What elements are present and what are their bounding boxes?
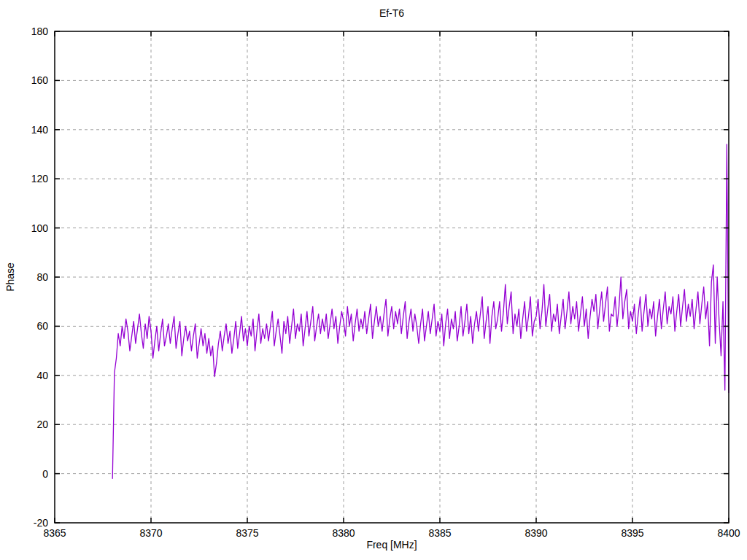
x-tick-label: 8370 <box>139 527 162 539</box>
x-tick-label: 8365 <box>43 527 66 539</box>
y-tick-label: 80 <box>36 271 48 283</box>
x-tick-label: 8390 <box>525 527 547 539</box>
x-tick-label: 8395 <box>621 527 643 539</box>
series-line <box>112 144 729 478</box>
x-tick-label: 8375 <box>236 527 258 539</box>
y-tick-label: 120 <box>31 173 49 184</box>
x-tick-label: 8380 <box>332 527 355 539</box>
y-tick-label: 20 <box>36 419 48 430</box>
y-tick-label: 100 <box>31 222 49 234</box>
y-tick-label: 40 <box>36 370 48 381</box>
chart-window: Ef-T6 Phase Freq [MHz] 83658370837583808… <box>0 0 747 560</box>
y-tick-label: 0 <box>42 468 48 480</box>
y-tick-label: 160 <box>31 74 49 86</box>
y-tick-label: 60 <box>36 320 48 332</box>
y-tick-label: 140 <box>31 124 49 136</box>
x-tick-label: 8385 <box>428 527 451 539</box>
y-tick-label: -20 <box>34 517 48 529</box>
plot-area: 83658370837583808385839083958400-2002040… <box>0 0 747 560</box>
y-tick-labels: -20020406080100120140160180 <box>31 26 49 529</box>
x-tick-label: 8400 <box>717 527 740 539</box>
grid-lines <box>55 32 728 522</box>
x-tick-labels: 83658370837583808385839083958400 <box>43 527 740 539</box>
y-tick-label: 180 <box>31 26 49 37</box>
